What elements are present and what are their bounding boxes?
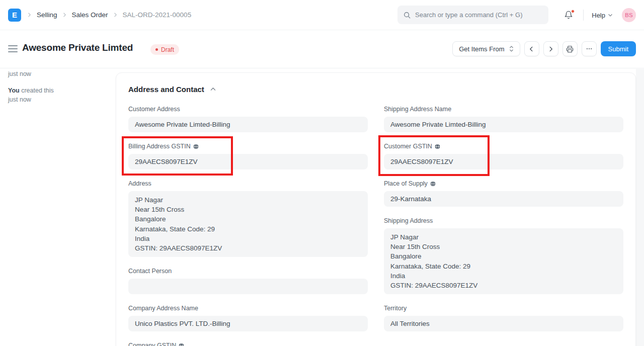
navbar-divider bbox=[583, 10, 584, 21]
notification-dot bbox=[571, 10, 575, 13]
form-column-right: Shipping Address Name Awesome Private Li… bbox=[384, 106, 623, 346]
status-dot bbox=[155, 48, 158, 51]
previous-document-button[interactable] bbox=[524, 41, 539, 56]
field-customer-address: Customer Address Awesome Private Limted-… bbox=[128, 106, 368, 132]
next-document-button[interactable] bbox=[543, 41, 558, 56]
field-address: Address JP Nagar Near 15th Cross Bangalo… bbox=[128, 180, 368, 257]
field-billing-address-gstin: Billing Address GSTIN 29AAECS8097E1ZV bbox=[128, 143, 368, 169]
contact-person-input[interactable] bbox=[128, 279, 368, 294]
help-menu[interactable]: Help bbox=[592, 12, 613, 19]
scrollbar-track[interactable] bbox=[636, 69, 644, 346]
field-territory: Territory All Territories bbox=[384, 305, 623, 331]
search-icon bbox=[404, 12, 411, 19]
field-label: Place of Supply bbox=[384, 180, 623, 187]
form-section-card: Address and Contact Customer Address Awe… bbox=[116, 72, 636, 346]
navbar-right-cluster: Help BS bbox=[562, 0, 636, 30]
field-company-address-name: Company Address Name Unico Plastics PVT.… bbox=[128, 305, 368, 331]
user-avatar[interactable]: BS bbox=[622, 8, 636, 22]
breadcrumb: Selling Sales Order SAL-ORD-2021-00005 bbox=[27, 11, 191, 19]
field-place-of-supply: Place of Supply 29-Karnataka bbox=[384, 180, 623, 207]
notifications-bell-icon[interactable] bbox=[562, 9, 575, 22]
chevron-right-icon bbox=[62, 13, 67, 17]
field-contact-person: Contact Person bbox=[128, 268, 368, 294]
select-caret-icon bbox=[509, 45, 514, 52]
field-shipping-address-name: Shipping Address Name Awesome Private Li… bbox=[384, 106, 623, 132]
timeline-author: You bbox=[8, 87, 20, 94]
global-search-input[interactable]: Search or type a command (Ctrl + G) bbox=[397, 6, 548, 24]
globe-icon bbox=[193, 144, 199, 149]
territory-input[interactable]: All Territories bbox=[384, 316, 623, 331]
get-items-from-button[interactable]: Get Items From bbox=[452, 41, 520, 56]
company-address-name-input[interactable]: Unico Plastics PVT. LTD.-Billing bbox=[128, 316, 368, 331]
field-shipping-address: Shipping Address JP Nagar Near 15th Cros… bbox=[384, 217, 623, 294]
section-title: Address and Contact bbox=[128, 85, 204, 94]
field-label: Shipping Address Name bbox=[384, 106, 623, 113]
timeline-entry-time: just now bbox=[8, 69, 31, 78]
shipping-address-textarea[interactable]: JP Nagar Near 15th Cross Bangalore Karna… bbox=[384, 228, 623, 294]
printer-icon bbox=[566, 45, 574, 53]
customer-address-input[interactable]: Awesome Private Limted-Billing bbox=[128, 117, 368, 132]
timeline-entry-text: You created this bbox=[8, 86, 54, 95]
page-title: Awesome Private Limted bbox=[22, 42, 133, 53]
status-badge: Draft bbox=[150, 44, 179, 55]
field-label: Address bbox=[128, 180, 368, 187]
chevron-down-icon bbox=[608, 13, 613, 18]
globe-icon bbox=[179, 343, 184, 346]
field-label: Customer Address bbox=[128, 106, 368, 113]
form-column-left: Customer Address Awesome Private Limted-… bbox=[128, 106, 368, 346]
breadcrumb-selling[interactable]: Selling bbox=[37, 11, 57, 19]
ellipsis-icon bbox=[586, 45, 593, 52]
page-head: Awesome Private Limted Draft Get Items F… bbox=[0, 30, 644, 68]
help-label: Help bbox=[592, 12, 605, 19]
app-logo[interactable]: E bbox=[8, 9, 21, 22]
field-label: Shipping Address bbox=[384, 217, 623, 224]
timeline-entry: You created this just now bbox=[8, 86, 54, 104]
field-label: Territory bbox=[384, 305, 623, 312]
globe-icon bbox=[430, 181, 436, 187]
field-label: Billing Address GSTIN bbox=[128, 143, 368, 150]
field-company-gstin: Company GSTIN bbox=[128, 342, 368, 346]
search-placeholder: Search or type a command (Ctrl + G) bbox=[415, 11, 523, 19]
customer-gstin-input[interactable]: 29AAECS8097E1ZV bbox=[384, 154, 623, 169]
sidebar-toggle-icon[interactable] bbox=[8, 45, 18, 52]
submit-button[interactable]: Submit bbox=[601, 41, 636, 56]
breadcrumb-sales-order[interactable]: Sales Order bbox=[72, 11, 108, 19]
chevron-left-icon bbox=[529, 46, 534, 52]
globe-icon bbox=[435, 144, 440, 149]
chevron-up-icon[interactable] bbox=[210, 86, 216, 93]
field-label: Customer GSTIN bbox=[384, 143, 623, 150]
field-customer-gstin: Customer GSTIN 29AAECS8097E1ZV bbox=[384, 143, 623, 169]
billing-address-gstin-input[interactable]: 29AAECS8097E1ZV bbox=[128, 154, 368, 169]
status-label: Draft bbox=[161, 46, 174, 53]
page-actions: Get Items From Submit bbox=[452, 41, 636, 56]
chevron-right-icon bbox=[27, 13, 32, 17]
field-label: Company Address Name bbox=[128, 305, 368, 312]
chevron-right-icon bbox=[548, 46, 553, 52]
place-of-supply-input[interactable]: 29-Karnataka bbox=[384, 191, 623, 207]
top-navbar: E Selling Sales Order SAL-ORD-2021-00005… bbox=[0, 0, 644, 30]
section-header[interactable]: Address and Contact bbox=[128, 85, 623, 94]
field-label: Company GSTIN bbox=[128, 342, 368, 346]
timeline-entry-time: just now bbox=[8, 95, 54, 104]
print-button[interactable] bbox=[562, 41, 578, 56]
menu-ellipsis-button[interactable] bbox=[582, 41, 597, 56]
field-label: Contact Person bbox=[128, 268, 368, 275]
shipping-address-name-input[interactable]: Awesome Private Limted-Billing bbox=[384, 117, 623, 132]
get-items-from-label: Get Items From bbox=[459, 45, 504, 53]
chevron-right-icon bbox=[113, 13, 118, 17]
breadcrumb-document-id: SAL-ORD-2021-00005 bbox=[123, 11, 192, 19]
address-textarea[interactable]: JP Nagar Near 15th Cross Bangalore Karna… bbox=[128, 191, 368, 257]
